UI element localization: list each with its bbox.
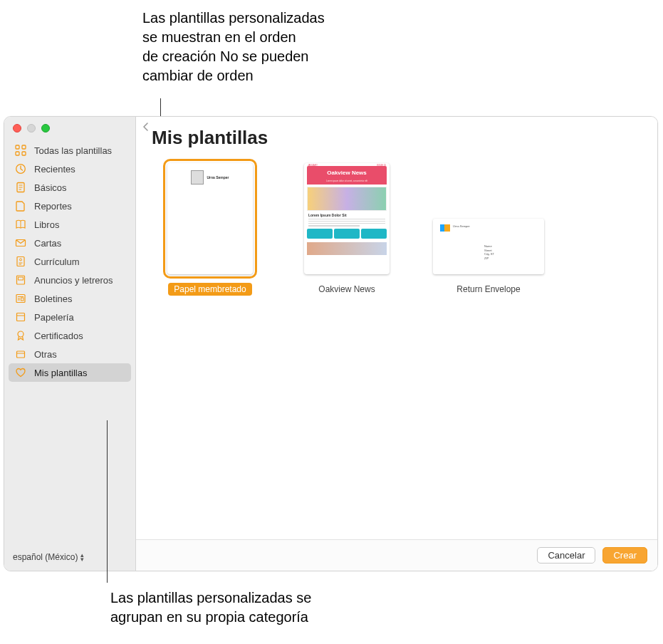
sidebar-item-letters[interactable]: Cartas (9, 234, 131, 252)
sidebar-item-books[interactable]: Libros (9, 215, 131, 234)
template-thumbnail: Urna Semper NameStreetCity, STZIP (433, 219, 544, 274)
doc-icon (14, 182, 27, 193)
svg-rect-11 (17, 257, 24, 266)
sidebar-item-certificates[interactable]: Certificados (9, 326, 131, 345)
news-icon (14, 293, 27, 304)
sidebar-item-label: Libros (34, 219, 59, 230)
zoom-window-button[interactable] (41, 124, 50, 133)
template-thumbnail: Urna Semper (167, 163, 253, 274)
sidebar-item-flyers[interactable]: Anuncios y letreros (9, 271, 131, 289)
svg-rect-22 (17, 313, 25, 321)
annotation-line-bottom (107, 420, 108, 583)
sidebar-item-label: Boletines (34, 294, 72, 304)
svg-rect-1 (22, 145, 26, 149)
sidebar-item-basic[interactable]: Básicos (9, 178, 131, 197)
envelope-icon (14, 237, 27, 249)
annotation-top: Las plantillas personalizadas se muestra… (142, 9, 325, 85)
template-label: Oakview News (313, 283, 380, 296)
sidebar-item-stationery[interactable]: Papelería (9, 308, 131, 326)
create-button[interactable]: Crear (602, 547, 647, 564)
sidebar-item-label: Mis plantillas (34, 368, 87, 378)
templates-grid: Urna Semper (136, 156, 657, 303)
template-thumbnail: JANUARYISSUE 01 Oakview News Lorem ipsum… (304, 163, 390, 274)
svg-point-24 (18, 331, 24, 337)
sidebar: Todas las plantillas Recientes Básicos R… (4, 117, 136, 571)
footer-bar: Cancelar Crear (136, 539, 657, 571)
flyer-icon (14, 274, 27, 286)
sidebar-item-all-templates[interactable]: Todas las plantillas (9, 141, 131, 160)
newsletter-nameplate: Oakview News (307, 166, 387, 180)
window-controls (4, 117, 135, 138)
template-label: Return Envelope (451, 283, 526, 296)
sidebar-item-label: Certificados (34, 331, 83, 341)
box-icon (14, 348, 27, 360)
heart-icon (14, 367, 27, 378)
newsletter-headline: Lorem Ipsum Dolor Sit (308, 213, 385, 217)
svg-rect-2 (16, 152, 19, 155)
sidebar-item-label: Currículum (34, 256, 80, 267)
sidebar-item-label: Papelería (34, 312, 74, 323)
svg-rect-21 (21, 298, 24, 301)
sidebar-item-resumes[interactable]: Currículum (9, 252, 131, 271)
collapse-sidebar-button[interactable] (140, 121, 153, 134)
ribbon-icon (14, 330, 27, 341)
sidebar-item-my-templates[interactable]: Mis plantillas (9, 363, 131, 382)
sidebar-item-label: Básicos (34, 182, 67, 193)
clock-icon (14, 163, 27, 175)
main-content: Mis plantillas Urna Semper (136, 117, 657, 571)
sidebar-list: Todas las plantillas Recientes Básicos R… (4, 138, 135, 545)
stationery-icon (14, 311, 27, 323)
svg-rect-25 (17, 351, 25, 358)
svg-rect-16 (19, 277, 24, 280)
sidebar-footer: español (México) ▴▾ (4, 545, 135, 571)
sidebar-item-newsletters[interactable]: Boletines (9, 289, 131, 308)
language-label: español (México) (13, 552, 78, 562)
sidebar-item-recents[interactable]: Recientes (9, 160, 131, 178)
chevron-updown-icon: ▴▾ (80, 553, 84, 561)
sidebar-item-label: Todas las plantillas (34, 145, 112, 156)
svg-point-12 (20, 259, 22, 261)
sidebar-item-label: Otras (34, 349, 57, 360)
template-label: Papel membretado (168, 283, 251, 296)
grid-icon (14, 145, 27, 156)
template-chooser-window: Todas las plantillas Recientes Básicos R… (4, 116, 658, 571)
book-icon (14, 219, 27, 230)
cv-icon (14, 256, 27, 267)
template-item-letterhead[interactable]: Urna Semper (155, 163, 266, 296)
sidebar-item-label: Reportes (34, 201, 72, 212)
template-item-return-envelope[interactable]: Urna Semper NameStreetCity, STZIP Return… (428, 163, 549, 296)
sidebar-item-reports[interactable]: Reportes (9, 197, 131, 215)
report-icon (14, 200, 27, 212)
sidebar-item-label: Anuncios y letreros (34, 275, 113, 286)
svg-rect-3 (22, 152, 26, 155)
page-title: Mis plantillas (136, 117, 657, 156)
cancel-button[interactable]: Cancelar (537, 547, 595, 564)
language-select[interactable]: español (México) ▴▾ (13, 552, 127, 562)
svg-rect-0 (16, 145, 19, 149)
sidebar-item-label: Cartas (34, 238, 61, 249)
sidebar-item-label: Recientes (34, 164, 75, 175)
minimize-window-button[interactable] (27, 124, 36, 133)
sidebar-item-other[interactable]: Otras (9, 345, 131, 363)
annotation-bottom: Las plantillas personalizadas se agrupan… (110, 588, 311, 627)
template-item-oakview-news[interactable]: JANUARYISSUE 01 Oakview News Lorem ipsum… (291, 163, 402, 296)
close-window-button[interactable] (13, 124, 21, 133)
